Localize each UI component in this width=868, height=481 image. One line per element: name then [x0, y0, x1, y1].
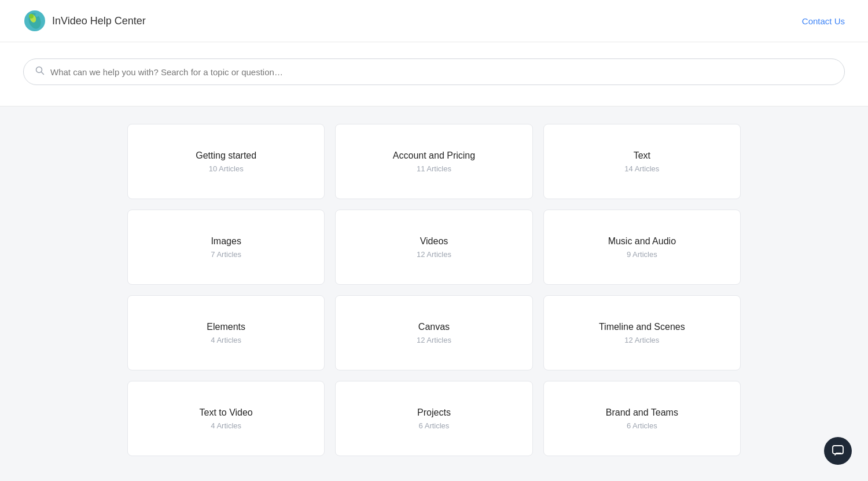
card-title: Images	[211, 236, 241, 247]
card-title: Brand and Teams	[606, 407, 678, 418]
category-card[interactable]: Account and Pricing11 Articles	[335, 124, 532, 199]
category-card[interactable]: Elements4 Articles	[127, 295, 325, 370]
category-card[interactable]: Brand and Teams6 Articles	[543, 381, 741, 456]
card-title: Canvas	[418, 322, 450, 332]
card-title: Timeline and Scenes	[599, 322, 685, 332]
svg-rect-7	[833, 446, 843, 454]
card-subtitle: 12 Articles	[417, 336, 451, 344]
card-title: Projects	[417, 407, 451, 418]
contact-link[interactable]: Contact Us	[802, 16, 845, 26]
logo-area: InVideo Help Center	[23, 9, 146, 32]
search-input[interactable]	[50, 67, 833, 77]
category-card[interactable]: Text14 Articles	[543, 124, 741, 199]
category-card[interactable]: Projects6 Articles	[335, 381, 532, 456]
svg-point-3	[29, 14, 34, 19]
category-card[interactable]: Videos12 Articles	[335, 210, 532, 285]
category-card[interactable]: Timeline and Scenes12 Articles	[543, 295, 741, 370]
chat-button[interactable]	[824, 437, 852, 465]
card-subtitle: 11 Articles	[417, 164, 451, 173]
card-title: Elements	[207, 322, 245, 332]
card-subtitle: 10 Articles	[209, 164, 244, 173]
category-card[interactable]: Images7 Articles	[127, 210, 325, 285]
category-card[interactable]: Getting started10 Articles	[127, 124, 325, 199]
card-title: Text to Video	[200, 407, 253, 418]
card-subtitle: 7 Articles	[211, 250, 241, 259]
category-card[interactable]: Text to Video4 Articles	[127, 381, 325, 456]
card-subtitle: 6 Articles	[419, 421, 450, 430]
header: InVideo Help Center Contact Us	[0, 0, 868, 42]
card-subtitle: 4 Articles	[211, 421, 241, 430]
search-icon	[35, 66, 45, 78]
card-title: Getting started	[196, 150, 256, 161]
card-title: Text	[634, 150, 650, 161]
logo-text: InVideo Help Center	[52, 15, 146, 27]
card-title: Music and Audio	[608, 236, 676, 247]
svg-point-4	[35, 13, 39, 17]
logo-icon	[23, 9, 46, 32]
svg-line-6	[42, 72, 44, 75]
card-subtitle: 12 Articles	[417, 250, 451, 259]
card-subtitle: 12 Articles	[624, 336, 659, 344]
category-card[interactable]: Canvas12 Articles	[335, 295, 532, 370]
search-bar	[23, 58, 845, 85]
card-subtitle: 14 Articles	[624, 164, 659, 173]
card-subtitle: 6 Articles	[627, 421, 657, 430]
card-title: Videos	[420, 236, 448, 247]
main-content: Getting started10 ArticlesAccount and Pr…	[0, 107, 868, 473]
card-subtitle: 9 Articles	[627, 250, 657, 259]
category-card[interactable]: Music and Audio9 Articles	[543, 210, 741, 285]
search-bar-wrapper	[0, 42, 868, 107]
category-grid: Getting started10 ArticlesAccount and Pr…	[127, 124, 741, 456]
card-subtitle: 4 Articles	[211, 336, 241, 344]
card-title: Account and Pricing	[393, 150, 475, 161]
